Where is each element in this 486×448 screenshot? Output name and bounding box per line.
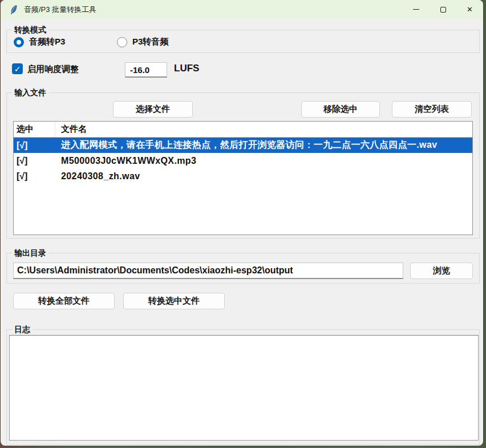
- row-checked-cell: [√]: [14, 140, 55, 151]
- row-filename-cell: M500003J0cWK1WWxQX.mp3: [55, 156, 196, 166]
- radio-off-icon: [117, 37, 127, 47]
- tk-feather-icon[interactable]: [9, 5, 18, 14]
- window-controls: ✕: [403, 0, 483, 19]
- output-path-input[interactable]: [13, 263, 403, 279]
- titlebar[interactable]: 音频/P3 批量转换工具 ✕: [1, 0, 483, 19]
- loudness-checkbox[interactable]: ✓: [12, 63, 23, 74]
- maximize-icon: [440, 7, 446, 13]
- convert-all-button[interactable]: 转换全部文件: [13, 293, 115, 309]
- radio-on-icon: [14, 37, 24, 47]
- close-icon: ✕: [467, 6, 473, 13]
- window-title: 音频/P3 批量转换工具: [24, 5, 96, 15]
- row-checked-cell: [√]: [14, 171, 55, 181]
- minimize-button[interactable]: [403, 0, 430, 19]
- radio-p3-to-audio[interactable]: P3转音频: [117, 37, 168, 47]
- input-group-label: 输入文件: [12, 87, 48, 98]
- row-checked-cell: [√]: [14, 156, 55, 166]
- checkmark-icon: ✓: [14, 64, 21, 74]
- column-header-checked[interactable]: 选中: [14, 122, 55, 137]
- select-files-button[interactable]: 选择文件: [113, 101, 193, 118]
- radio-label: 音频转P3: [29, 37, 65, 47]
- row-filename-cell: 进入配网模式，请在手机上连接热点，然后打开浏览器访问：一九二点一六八点四点一.w…: [55, 139, 438, 151]
- table-row[interactable]: [√] M500003J0cWK1WWxQX.mp3: [14, 153, 472, 168]
- convert-selected-button[interactable]: 转换选中文件: [123, 293, 225, 309]
- close-button[interactable]: ✕: [456, 0, 483, 19]
- table-row[interactable]: [√] 进入配网模式，请在手机上连接热点，然后打开浏览器访问：一九二点一六八点四…: [14, 138, 472, 153]
- column-header-filename[interactable]: 文件名: [55, 122, 87, 137]
- radio-label: P3转音频: [132, 37, 168, 47]
- minimize-icon: [413, 9, 419, 10]
- app-window: 音频/P3 批量转换工具 ✕ 转换模式 音频转P3 P3转音频 ✓ 启用响度调整: [1, 0, 483, 446]
- log-textarea[interactable]: [9, 335, 479, 441]
- lufs-unit-label: LUFS: [174, 63, 199, 74]
- loudness-checkbox-label: 启用响度调整: [27, 64, 79, 75]
- remove-selected-button[interactable]: 移除选中: [301, 101, 380, 118]
- radio-audio-to-p3[interactable]: 音频转P3: [14, 37, 65, 47]
- output-group-label: 输出目录: [12, 248, 48, 258]
- mode-group: 转换模式 音频转P3 P3转音频: [6, 30, 480, 53]
- log-group-label: 日志: [12, 324, 33, 334]
- mode-group-label: 转换模式: [12, 25, 48, 35]
- file-table: 选中 文件名 [√] 进入配网模式，请在手机上连接热点，然后打开浏览器访问：一九…: [13, 121, 473, 235]
- row-filename-cell: 20240308_zh.wav: [55, 171, 140, 181]
- maximize-button[interactable]: [430, 0, 456, 19]
- browse-button[interactable]: 浏览: [410, 263, 473, 279]
- lufs-value-input[interactable]: [125, 62, 167, 78]
- clear-list-button[interactable]: 清空列表: [392, 101, 472, 118]
- file-table-header: 选中 文件名: [14, 122, 472, 138]
- table-row[interactable]: [√] 20240308_zh.wav: [14, 168, 472, 184]
